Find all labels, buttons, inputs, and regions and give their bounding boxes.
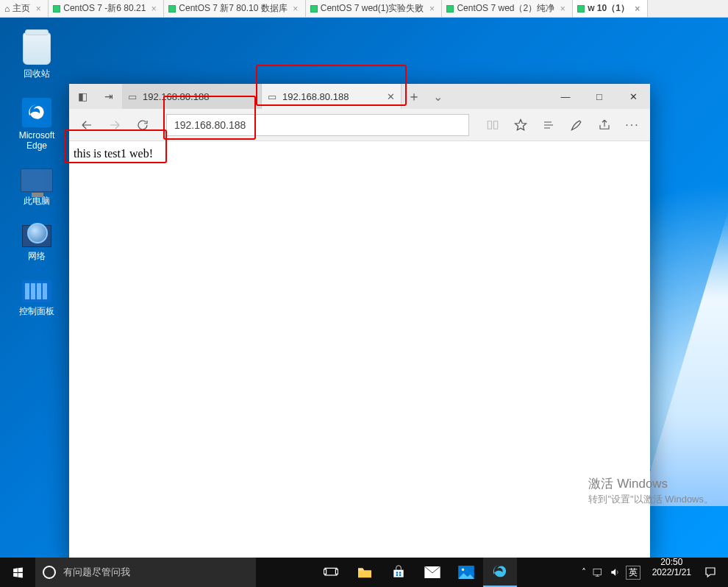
vm-tab-bar: ⌂ 主页 × CentOS 7 -新6 80.21 × CentOS 7 新7 … <box>0 0 728 18</box>
app-explorer[interactable] <box>348 558 382 587</box>
pc-icon <box>21 168 53 192</box>
app-mail[interactable] <box>415 558 449 587</box>
close-icon[interactable]: × <box>427 4 437 14</box>
set-aside-icon[interactable]: ⇥ <box>96 84 122 109</box>
mail-icon <box>424 566 440 578</box>
system-tray[interactable]: ˄ 英 <box>576 558 646 587</box>
favorite-button[interactable] <box>507 112 534 138</box>
vm-tab-label: CentOS 7 新7 80.10 数据库 <box>179 2 287 15</box>
windows-desktop[interactable]: 回收站 Microsoft Edge 此电脑 网络 控制面板 ◧ ⇥ <box>0 18 728 558</box>
photos-icon <box>458 566 474 579</box>
reading-view-button[interactable] <box>479 112 506 138</box>
cortana-icon <box>43 566 56 579</box>
vm-tab-centos6[interactable]: CentOS 7 -新6 80.21 × <box>49 0 164 17</box>
desktop-icon-control[interactable]: 控制面板 <box>7 280 66 318</box>
tray-chevron-icon[interactable]: ˄ <box>582 567 586 577</box>
desktop-icon-edge[interactable]: Microsoft Edge <box>7 98 66 151</box>
edge-tab-label: 192.168.80.188 <box>282 91 381 102</box>
minimize-button[interactable]: — <box>549 84 582 109</box>
vm-tab-label: CentOS 7 wed（2）纯净 <box>457 2 554 15</box>
maximize-button[interactable]: □ <box>582 84 616 109</box>
close-icon[interactable]: × <box>149 4 159 14</box>
vm-tab-wed2[interactable]: CentOS 7 wed（2）纯净 × <box>442 0 573 17</box>
watermark-title: 激活 Windows <box>588 477 668 491</box>
vm-tab-label: w 10（1） <box>588 2 629 15</box>
close-icon[interactable]: × <box>290 4 301 14</box>
vm-icon <box>168 5 176 13</box>
vm-icon <box>446 5 454 13</box>
edge-tab-label: 192.168.80.188 <box>143 91 255 102</box>
app-edge[interactable] <box>483 558 517 587</box>
refresh-button[interactable] <box>129 112 156 138</box>
svg-rect-6 <box>593 569 602 574</box>
notes-button[interactable] <box>563 112 590 138</box>
action-center-button[interactable] <box>697 558 724 587</box>
edge-tab-active[interactable]: ▭ 192.168.80.188 ✕ <box>262 84 402 109</box>
address-bar[interactable]: 192.168.80.188 <box>166 114 469 136</box>
clock-date: 2022/1/21 <box>652 568 691 578</box>
show-desktop-button[interactable] <box>724 558 728 587</box>
back-button[interactable] <box>74 112 100 138</box>
folder-icon <box>357 566 373 579</box>
network-tray-icon[interactable] <box>592 567 604 577</box>
taskbar-clock[interactable]: 20:50 2022/1/21 <box>646 558 697 587</box>
more-button[interactable]: ··· <box>619 112 646 138</box>
sidebar-icon[interactable]: ◧ <box>69 84 96 109</box>
recycle-bin-icon <box>23 32 51 65</box>
page-text: this is test1 web! <box>74 147 153 160</box>
search-placeholder: 有问题尽管问我 <box>63 566 130 579</box>
taskbar-search[interactable]: 有问题尽管问我 <box>35 558 256 587</box>
vm-tab-w10[interactable]: w 10（1） × <box>573 0 648 17</box>
close-icon[interactable]: × <box>557 4 568 14</box>
plus-icon: ＋ <box>407 88 421 105</box>
desktop-icon-pc[interactable]: 此电脑 <box>7 168 66 207</box>
app-photos[interactable] <box>449 558 483 587</box>
desktop-icons: 回收站 Microsoft Edge 此电脑 网络 控制面板 <box>7 32 66 335</box>
vm-tab-wed1[interactable]: CentOS 7 wed(1)实验失败 × <box>306 0 443 17</box>
desktop-icon-label: Microsoft Edge <box>7 130 66 151</box>
hub-icon <box>541 119 556 131</box>
hub-button[interactable] <box>535 112 562 138</box>
network-icon <box>22 225 51 247</box>
close-icon[interactable]: ✕ <box>387 91 395 102</box>
desktop-icon-network[interactable]: 网络 <box>7 225 66 263</box>
home-icon: ⌂ <box>4 4 10 14</box>
edge-icon <box>492 563 508 580</box>
taskview-button[interactable] <box>314 558 348 587</box>
ime-indicator[interactable]: 英 <box>626 566 640 580</box>
forward-button[interactable] <box>101 112 128 138</box>
book-icon <box>485 118 500 132</box>
edge-titlebar[interactable]: ◧ ⇥ ▭ 192.168.80.188 ▭ 192.168.80.188 ✕ … <box>69 84 650 109</box>
refresh-icon <box>136 118 149 132</box>
start-button[interactable] <box>0 558 35 587</box>
page-icon: ▭ <box>128 91 137 102</box>
control-panel-icon <box>22 280 51 302</box>
close-window-button[interactable]: ✕ <box>616 84 650 109</box>
desktop-icon-recycle[interactable]: 回收站 <box>7 32 66 80</box>
app-store[interactable] <box>382 558 415 587</box>
store-icon <box>391 565 406 580</box>
close-icon[interactable]: × <box>33 4 43 14</box>
vm-tab-label: 主页 <box>13 2 30 15</box>
vm-tab-home[interactable]: ⌂ 主页 × <box>0 0 49 17</box>
desktop-icon-label: 回收站 <box>7 68 66 80</box>
star-icon <box>513 118 528 132</box>
arrow-right-icon <box>108 118 121 132</box>
close-icon: ✕ <box>629 91 638 102</box>
vm-tab-centos7db[interactable]: CentOS 7 新7 80.10 数据库 × <box>164 0 305 17</box>
page-icon: ▭ <box>268 91 276 102</box>
vm-icon <box>577 5 585 13</box>
svg-rect-2 <box>336 569 338 574</box>
desktop-icon-label: 控制面板 <box>7 305 66 318</box>
tab-actions-button[interactable]: ⌄ <box>427 84 449 109</box>
maximize-icon: □ <box>596 91 602 102</box>
taskview-icon <box>324 566 338 578</box>
new-tab-button[interactable]: ＋ <box>402 84 427 109</box>
close-icon[interactable]: × <box>632 4 643 14</box>
chevron-down-icon: ⌄ <box>433 90 443 104</box>
share-button[interactable] <box>591 112 618 138</box>
volume-icon[interactable] <box>610 567 620 577</box>
page-content[interactable]: this is test1 web! <box>69 141 650 559</box>
watermark-subtitle: 转到"设置"以激活 Windows。 <box>588 494 713 505</box>
edge-tab-background[interactable]: ▭ 192.168.80.188 <box>122 84 262 109</box>
